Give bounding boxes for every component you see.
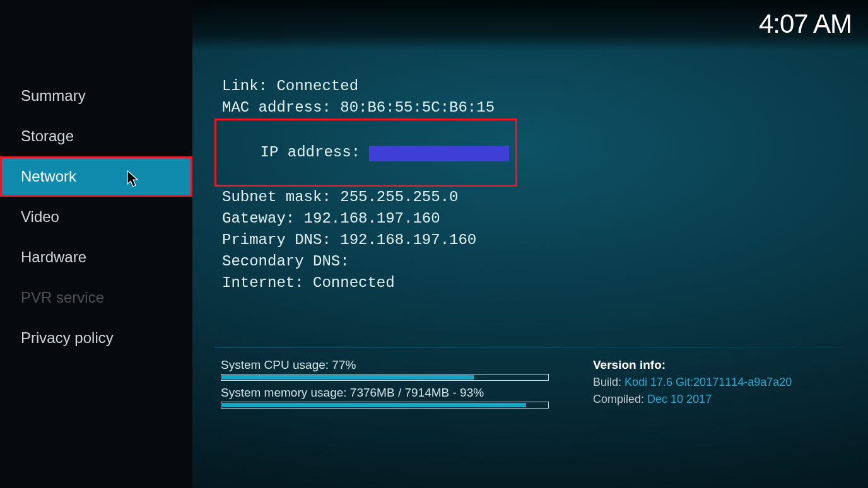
sidebar-item-privacy-policy[interactable]: Privacy policy (0, 318, 192, 358)
divider (214, 347, 843, 347)
sidebar-item-summary[interactable]: Summary (0, 76, 192, 116)
sidebar-item-hardware[interactable]: Hardware (0, 237, 192, 277)
compiled-label: Compiled: (593, 393, 644, 405)
network-link: Link: Connected (214, 76, 843, 97)
cpu-usage-bar (221, 374, 549, 381)
network-primary-dns: Primary DNS: 192.168.197.160 (214, 229, 843, 251)
cpu-usage-label: System CPU usage: 77% (221, 358, 555, 372)
build-label: Build: (593, 376, 621, 388)
network-gateway: Gateway: 192.168.197.160 (214, 208, 843, 229)
sidebar: Summary Storage Network Video Hardware P… (0, 0, 192, 488)
network-ip-row: IP address: (214, 119, 517, 187)
memory-usage-bar (221, 402, 549, 409)
network-ip-label: IP address: (261, 144, 370, 161)
sidebar-item-pvr-service: PVR service (0, 277, 192, 318)
usage-section: System CPU usage: 77% System memory usag… (221, 358, 555, 414)
network-ip-redacted (369, 146, 509, 161)
build-value: Kodi 17.6 Git:20171114-a9a7a20 (625, 376, 792, 388)
network-mac: MAC address: 80:B6:55:5C:B6:15 (214, 97, 843, 119)
compiled-value: Dec 10 2017 (647, 393, 712, 405)
status-bar: System CPU usage: 77% System memory usag… (221, 358, 843, 414)
sidebar-item-network[interactable]: Network (0, 156, 192, 197)
version-section: Version info: Build: Kodi 17.6 Git:20171… (593, 358, 843, 414)
network-subnet: Subnet mask: 255.255.255.0 (214, 187, 843, 208)
version-title: Version info: (593, 358, 666, 371)
sidebar-item-storage[interactable]: Storage (0, 116, 192, 156)
clock: 4:07 AM (759, 9, 852, 39)
network-internet: Internet: Connected (214, 272, 843, 294)
network-info-panel: Link: Connected MAC address: 80:B6:55:5C… (214, 76, 843, 294)
network-secondary-dns: Secondary DNS: (214, 251, 843, 272)
memory-usage-label: System memory usage: 7376MB / 7914MB - 9… (221, 386, 555, 400)
sidebar-item-video[interactable]: Video (0, 197, 192, 237)
